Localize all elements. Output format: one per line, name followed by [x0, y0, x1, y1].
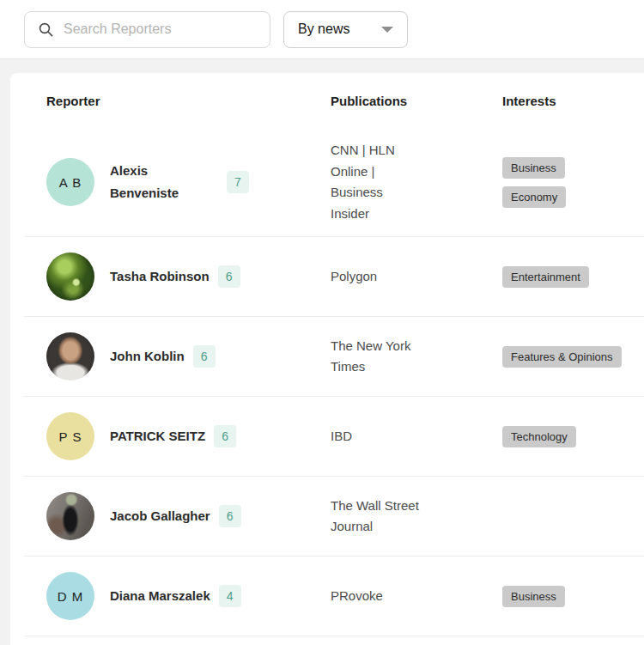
reporters-table-card: Reporter Publications Interests A B Alex…	[10, 73, 644, 645]
publications-cell: CNN | HLN Online | Business Insider	[331, 140, 423, 224]
interests-cell: Entertainment	[502, 266, 644, 288]
table-row[interactable]: Tasha Robinson 6 Polygon Entertainment	[24, 237, 644, 317]
interest-tag: Entertainment	[502, 266, 589, 288]
column-header-publications: Publications	[331, 94, 502, 108]
publications-cell: The Wall Street Journal	[331, 496, 423, 538]
publications-cell: Polygon	[331, 266, 423, 288]
filter-dropdown[interactable]: By news	[283, 11, 408, 48]
jacob-gallagher-photo-avatar	[46, 492, 94, 540]
count-badge: 6	[193, 345, 216, 368]
column-header-interests: Interests	[502, 94, 644, 108]
count-badge: 6	[219, 505, 241, 527]
reporter-cell: Tasha Robinson 6	[46, 253, 331, 301]
interests-cell: Features & Opinions	[502, 346, 644, 368]
page-background: Reporter Publications Interests A B Alex…	[0, 58, 644, 645]
table-header-row: Reporter Publications Interests	[24, 73, 644, 128]
avatar: P S	[46, 412, 94, 460]
reporter-name: Alexis Benveniste	[110, 160, 218, 204]
tasha-robinson-photo-avatar	[46, 253, 94, 301]
interest-tag: Economy	[502, 186, 566, 208]
interest-tag: Features & Opinions	[502, 346, 622, 368]
avatar: A B	[46, 158, 94, 206]
table-row[interactable]: P S PATRICK SEITZ 6 IBD Technology	[24, 397, 644, 477]
reporter-name: PATRICK SEITZ	[110, 425, 205, 447]
table-row[interactable]: Jacob Gallagher 6 The Wall Street Journa…	[24, 477, 644, 557]
interests-cell: Business	[502, 586, 644, 607]
publications-cell: The New York Times	[331, 336, 423, 378]
interest-tag: Technology	[502, 426, 576, 447]
reporter-cell: P S PATRICK SEITZ 6	[46, 412, 331, 460]
search-input[interactable]	[64, 21, 259, 37]
count-badge: 6	[214, 425, 236, 447]
filter-dropdown-value: By news	[298, 21, 349, 37]
publications-cell: PRovoke	[331, 586, 423, 607]
table-row[interactable]: A B Alexis Benveniste 7 CNN | HLN Online…	[24, 128, 644, 237]
avatar: D M	[46, 572, 94, 620]
column-header-reporter: Reporter	[46, 94, 331, 108]
reporter-name: John Koblin	[110, 345, 185, 368]
reporter-name: Tasha Robinson	[110, 265, 210, 288]
interests-cell: BusinessEconomy	[502, 157, 644, 208]
reporter-cell: D M Diana Marszalek 4	[46, 572, 331, 620]
interest-tag: Business	[502, 586, 565, 607]
count-badge: 4	[219, 585, 241, 607]
table-row[interactable]: John Koblin 6 The New York Times Feature…	[24, 317, 644, 397]
count-badge: 6	[218, 265, 240, 288]
table-row[interactable]: D M Diana Marszalek 4 PRovoke Business	[24, 557, 644, 636]
toolbar: By news	[0, 0, 644, 58]
reporter-name: Diana Marszalek	[110, 585, 210, 607]
chevron-down-icon	[381, 27, 393, 33]
reporter-cell: A B Alexis Benveniste 7	[46, 158, 331, 206]
interest-tag: Business	[502, 157, 565, 179]
publications-cell: IBD	[331, 426, 423, 447]
search-icon	[39, 22, 53, 37]
count-badge: 7	[227, 171, 249, 193]
reporter-cell: Jacob Gallagher 6	[46, 492, 331, 540]
john-koblin-photo-avatar	[46, 332, 94, 380]
reporter-cell: John Koblin 6	[46, 332, 331, 380]
interests-cell: Technology	[502, 426, 644, 447]
table-body: A B Alexis Benveniste 7 CNN | HLN Online…	[10, 128, 644, 636]
search-box[interactable]	[24, 11, 270, 48]
reporter-name: Jacob Gallagher	[110, 505, 210, 527]
